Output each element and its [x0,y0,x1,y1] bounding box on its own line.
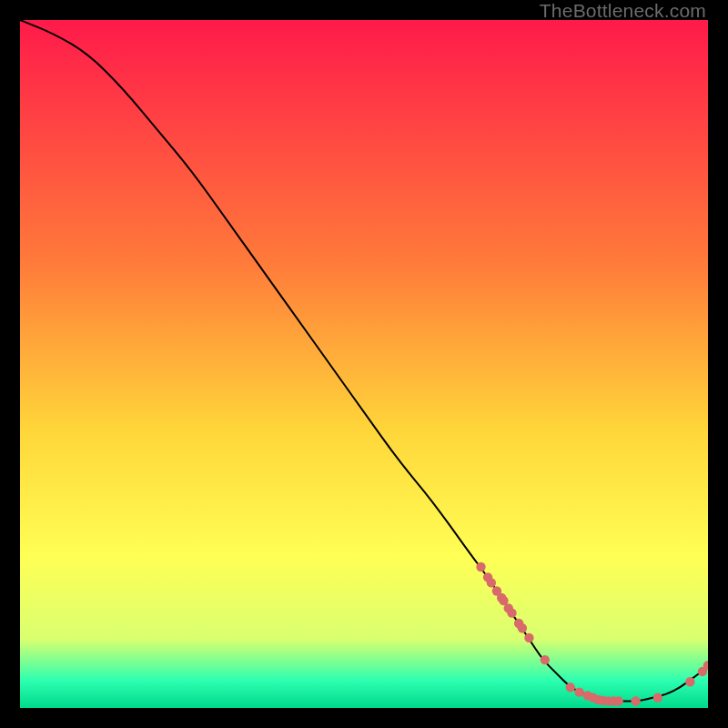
data-marker [507,608,516,617]
gradient-background [20,20,708,708]
data-marker [631,696,640,705]
data-marker [476,562,485,571]
data-marker [614,696,623,705]
watermark-text: TheBottleneck.com [540,0,706,22]
data-marker [524,633,533,642]
bottleneck-chart [20,20,708,708]
data-marker [566,682,575,692]
data-marker [685,677,694,686]
data-marker [653,693,662,702]
chart-svg [20,20,708,708]
data-marker [541,655,550,664]
data-marker [487,578,496,587]
data-marker [574,687,583,696]
data-marker [518,623,527,632]
